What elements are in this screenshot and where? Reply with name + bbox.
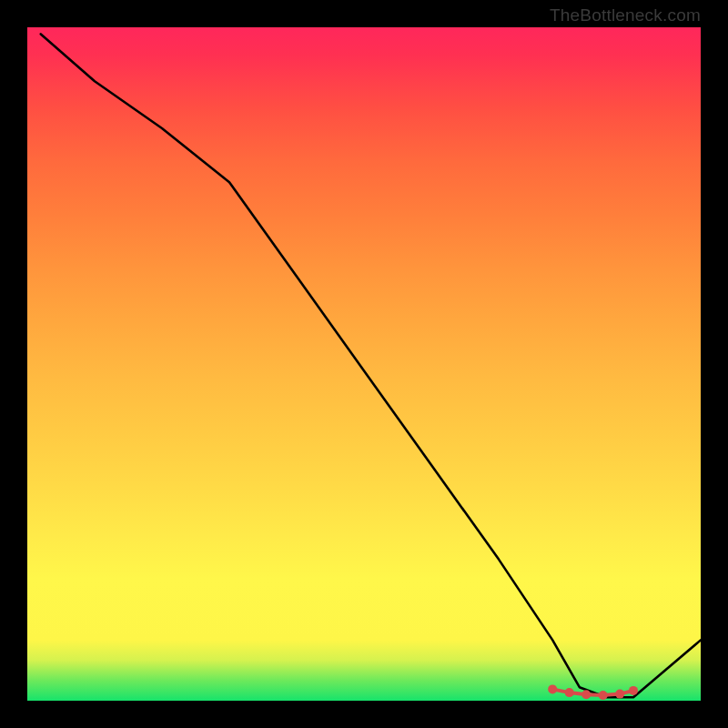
watermark-text: TheBottleneck.com (550, 5, 701, 25)
chart-container: { "watermark_text": "TheBottleneck.com",… (0, 0, 728, 728)
plot-area (27, 27, 701, 701)
